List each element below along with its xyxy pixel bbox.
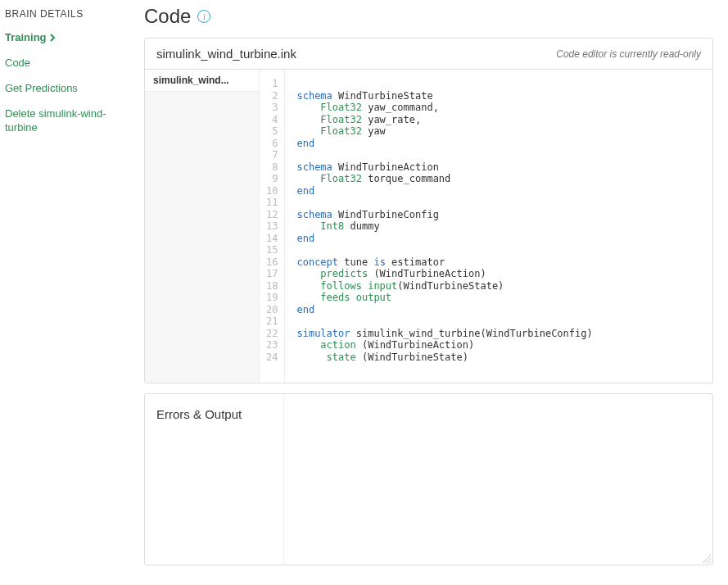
line-number: 2 bbox=[266, 90, 278, 102]
line-number: 19 bbox=[266, 292, 278, 304]
line-number: 14 bbox=[266, 233, 278, 245]
sidebar-item-label: Training bbox=[5, 31, 47, 45]
code-line: simulator simulink_wind_turbine(WindTurb… bbox=[296, 328, 592, 340]
sidebar-item-code[interactable]: Code bbox=[5, 57, 118, 70]
chevron-right-icon bbox=[50, 34, 56, 42]
output-content bbox=[284, 394, 712, 565]
code-line bbox=[296, 197, 592, 209]
line-number: 18 bbox=[266, 280, 278, 292]
line-number: 16 bbox=[266, 256, 278, 269]
output-label: Errors & Output bbox=[145, 394, 284, 565]
sidebar-item-delete-simulink-wind-turbine[interactable]: Delete simulink-wind-turbine bbox=[5, 107, 118, 135]
code-line: concept tune is estimator bbox=[296, 256, 592, 269]
code-line: end bbox=[296, 304, 592, 316]
code-panel: simulink_wind_turbine.ink Code editor is… bbox=[144, 38, 713, 383]
line-number: 4 bbox=[266, 114, 278, 126]
code-line: schema WindTurbineState bbox=[296, 90, 592, 102]
line-number: 6 bbox=[266, 138, 278, 150]
code-line: Float32 yaw bbox=[296, 125, 592, 138]
line-number: 20 bbox=[266, 304, 278, 316]
line-number: 12 bbox=[266, 209, 278, 221]
line-number: 24 bbox=[266, 351, 278, 364]
sidebar-item-label: Code bbox=[5, 57, 30, 70]
readonly-note: Code editor is currently read-only bbox=[556, 48, 701, 60]
line-number: 8 bbox=[266, 161, 278, 174]
code-line: schema WindTurbineConfig bbox=[296, 209, 592, 221]
sidebar-header: BRAIN DETAILS bbox=[5, 8, 118, 20]
code-line: Int8 dummy bbox=[296, 220, 592, 233]
line-number: 1 bbox=[266, 78, 278, 90]
line-number: 15 bbox=[266, 244, 278, 256]
sidebar-item-label: Delete simulink-wind-turbine bbox=[5, 107, 118, 135]
editor-area: simulink_wind... 12345678910111213141516… bbox=[145, 70, 712, 383]
code-line: action (WindTurbineAction) bbox=[296, 339, 592, 351]
line-number: 17 bbox=[266, 268, 278, 280]
resize-handle-icon[interactable] bbox=[701, 553, 711, 563]
line-number: 13 bbox=[266, 220, 278, 233]
code-line: predicts (WindTurbineAction) bbox=[296, 268, 592, 280]
line-number: 10 bbox=[266, 185, 278, 197]
code-line: schema WindTurbineAction bbox=[296, 161, 592, 174]
code-line: feeds output bbox=[296, 292, 592, 304]
code-line bbox=[296, 149, 592, 161]
line-number: 11 bbox=[266, 197, 278, 209]
output-body: Errors & Output bbox=[145, 394, 712, 565]
sidebar: BRAIN DETAILS TrainingCodeGet Prediction… bbox=[0, 0, 123, 585]
code-line: state (WindTurbineState) bbox=[296, 351, 592, 364]
line-gutter: 123456789101112131415161718192021222324 bbox=[260, 70, 285, 383]
code-line: Float32 torque_command bbox=[296, 173, 592, 185]
output-panel: Errors & Output bbox=[144, 393, 713, 565]
code-line: end bbox=[296, 233, 592, 245]
line-number: 3 bbox=[266, 102, 278, 114]
filename: simulink_wind_turbine.ink bbox=[156, 47, 296, 61]
code-container[interactable]: 123456789101112131415161718192021222324 … bbox=[260, 70, 712, 383]
line-number: 9 bbox=[266, 173, 278, 185]
line-number: 7 bbox=[266, 149, 278, 161]
page-title: Code bbox=[144, 5, 191, 28]
sidebar-item-training[interactable]: Training bbox=[5, 31, 118, 45]
code-panel-header: simulink_wind_turbine.ink Code editor is… bbox=[145, 39, 712, 70]
svg-line-2 bbox=[709, 561, 711, 563]
code-line bbox=[296, 244, 592, 256]
code-lines: schema WindTurbineState Float32 yaw_comm… bbox=[285, 70, 600, 383]
line-number: 21 bbox=[266, 315, 278, 328]
main: Code i simulink_wind_turbine.ink Code ed… bbox=[123, 0, 728, 585]
line-number: 23 bbox=[266, 339, 278, 351]
file-tabs: simulink_wind... bbox=[145, 70, 260, 383]
code-line: Float32 yaw_rate, bbox=[296, 114, 592, 126]
code-line bbox=[296, 315, 592, 328]
code-line bbox=[296, 78, 592, 90]
page-title-row: Code i bbox=[144, 5, 713, 28]
line-number: 22 bbox=[266, 328, 278, 340]
code-line: Float32 yaw_command, bbox=[296, 102, 592, 114]
sidebar-item-get-predictions[interactable]: Get Predictions bbox=[5, 82, 118, 96]
code-line: end bbox=[296, 138, 592, 150]
sidebar-item-label: Get Predictions bbox=[5, 82, 78, 96]
file-tab[interactable]: simulink_wind... bbox=[145, 70, 259, 92]
info-icon[interactable]: i bbox=[197, 10, 210, 23]
code-line: end bbox=[296, 185, 592, 197]
code-line: follows input(WindTurbineState) bbox=[296, 280, 592, 292]
line-number: 5 bbox=[266, 125, 278, 138]
